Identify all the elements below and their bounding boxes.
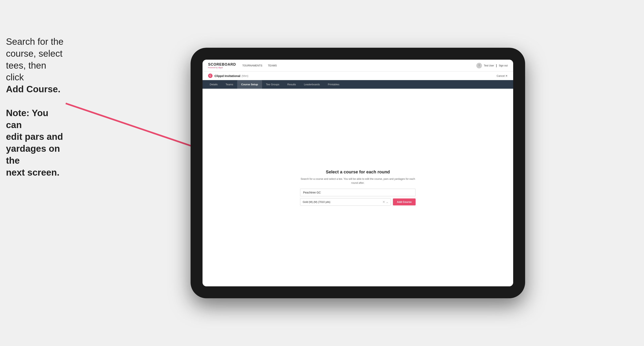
tablet-screen: SCOREBOARD Powered by clippd TOURNAMENTS… (202, 60, 513, 286)
chevron-icon[interactable]: ⌄ (386, 200, 388, 203)
user-avatar: T (476, 63, 482, 68)
panel-title: Select a course for each round (326, 170, 390, 174)
tab-results[interactable]: Results (283, 80, 300, 89)
logo-title: SCOREBOARD (208, 62, 236, 67)
separator: | (496, 64, 497, 67)
panel-description: Search for a course and select a tee. Yo… (300, 177, 416, 185)
nav-teams[interactable]: TEAMS (268, 64, 277, 67)
annotation-line3: tees, then click (6, 60, 64, 84)
annotation-line4: Add Course. (6, 83, 64, 95)
tab-tee-groups[interactable]: Tee Groups (262, 80, 283, 89)
tab-details[interactable]: Details (206, 80, 222, 89)
tab-bar: Details Teams Course Setup Tee Groups Re… (202, 80, 513, 89)
tee-icons: ✕ ⌄ (383, 200, 388, 203)
navbar: SCOREBOARD Powered by clippd TOURNAMENTS… (202, 60, 513, 72)
user-label: Test User (484, 64, 494, 67)
tournament-name: Clippd Invitational (214, 74, 240, 78)
annotation-line1: Search for the (6, 36, 64, 48)
nav-tournaments[interactable]: TOURNAMENTS (242, 64, 262, 67)
tab-course-setup[interactable]: Course Setup (237, 80, 262, 89)
tablet-device: SCOREBOARD Powered by clippd TOURNAMENTS… (190, 48, 525, 298)
logo-area: SCOREBOARD Powered by clippd (208, 62, 236, 69)
annotation-note3: yardages on the (6, 143, 64, 167)
tab-printables[interactable]: Printables (324, 80, 343, 89)
tab-leaderboards[interactable]: Leaderboards (300, 80, 324, 89)
tournament-header: C Clippd Invitational (Men) Cancel ✕ (202, 72, 513, 80)
logo-subtitle: Powered by clippd (208, 67, 236, 69)
course-search-input[interactable] (300, 189, 416, 196)
nav-links: TOURNAMENTS TEAMS (242, 64, 476, 67)
sign-out-link[interactable]: Sign out (499, 64, 508, 67)
annotation-note1: Note: You can (6, 107, 64, 131)
nav-right: T Test User | Sign out (476, 63, 508, 68)
cancel-button[interactable]: Cancel ✕ (497, 74, 508, 77)
tab-teams[interactable]: Teams (222, 80, 237, 89)
tournament-gender: (Men) (242, 74, 248, 77)
tee-select-row: Gold (M) (M) (7010 yds) ✕ ⌄ Add Course (300, 198, 416, 206)
add-course-button[interactable]: Add Course (393, 198, 416, 205)
tee-value-label: Gold (M) (M) (7010 yds) (303, 200, 330, 203)
clear-icon[interactable]: ✕ (383, 200, 385, 203)
annotation-line2: course, select (6, 48, 64, 60)
tournament-icon: C (208, 74, 212, 78)
annotation-block: Search for the course, select tees, then… (6, 36, 64, 178)
course-setup-panel: Select a course for each round Search fo… (300, 170, 416, 206)
annotation-note2: edit pars and (6, 131, 64, 143)
main-content: Select a course for each round Search fo… (202, 89, 513, 286)
annotation-note4: next screen. (6, 167, 64, 178)
tee-select-wrapper[interactable]: Gold (M) (M) (7010 yds) ✕ ⌄ (300, 198, 391, 206)
